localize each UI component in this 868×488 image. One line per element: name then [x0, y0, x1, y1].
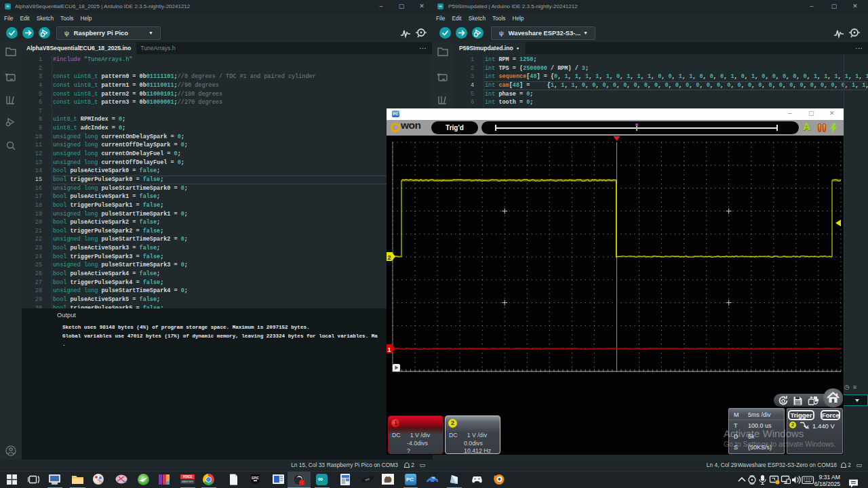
- svg-text:1: 1: [388, 346, 391, 353]
- svg-text:EPIC: EPIC: [252, 476, 259, 480]
- svg-text:2: 2: [388, 254, 391, 261]
